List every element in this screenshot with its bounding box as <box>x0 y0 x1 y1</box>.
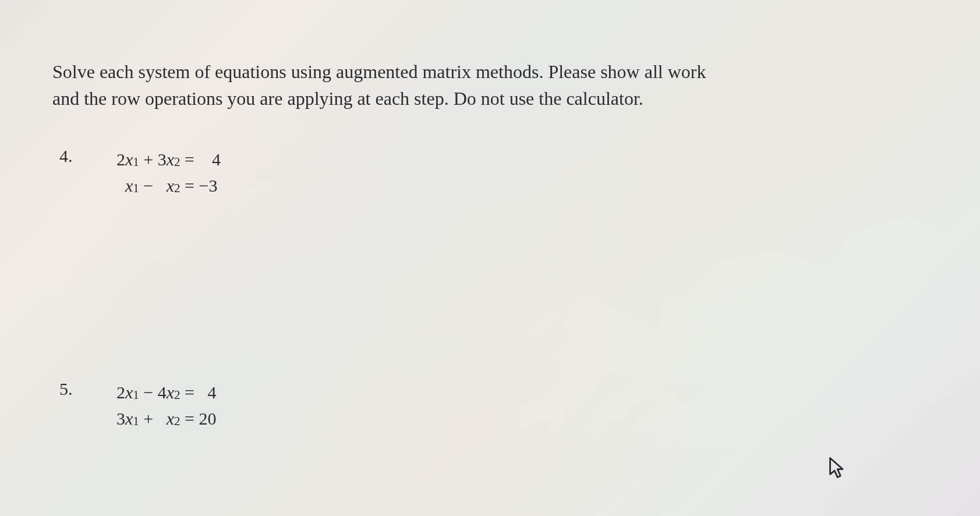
equation-row: 3x1 + x2 = 20 <box>116 405 217 432</box>
instructions-line1: Solve each system of equations using aug… <box>52 61 706 82</box>
equation-row: 2x1 − 4x2 = 4 <box>116 379 217 405</box>
problem-number: 5. <box>52 379 116 399</box>
problem-4-equations: 2x1 + 3x2 = 4 x1 − x2 = −3 <box>116 146 221 199</box>
instructions-line2: and the row operations you are applying … <box>52 88 643 109</box>
problem-5-equations: 2x1 − 4x2 = 4 3x1 + x2 = 20 <box>116 379 217 432</box>
instructions-text: Solve each system of equations using aug… <box>52 58 868 112</box>
equation-row: 2x1 + 3x2 = 4 <box>116 146 221 172</box>
cursor-icon <box>827 457 846 481</box>
problem-5: 5. 2x1 − 4x2 = 4 3x1 + x2 = 20 <box>52 379 928 432</box>
problem-4: 4. 2x1 + 3x2 = 4 x1 − x2 = −3 <box>52 146 928 199</box>
problem-number: 4. <box>52 146 116 166</box>
equation-row: x1 − x2 = −3 <box>116 172 221 199</box>
